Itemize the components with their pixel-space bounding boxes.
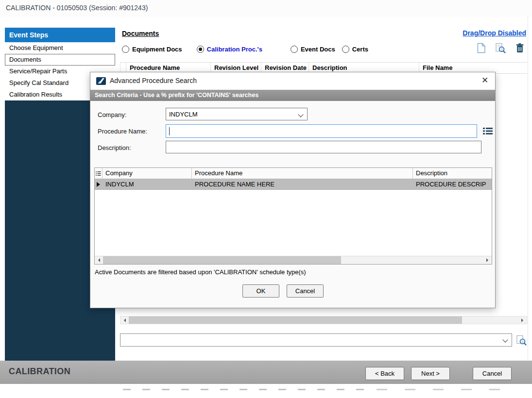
chevron-down-icon[interactable] <box>502 337 508 342</box>
radio-circle-icon <box>342 46 349 53</box>
window-right-border <box>528 17 528 361</box>
results-grid-header: Company Procedure Name Description <box>95 168 492 179</box>
sidebar-item-choose-equipment[interactable]: Choose Equipment <box>5 42 115 54</box>
documents-toolbar <box>475 42 526 54</box>
app-logo-icon <box>96 76 106 86</box>
window-title: CALIBRATION - 01050503 (Session: #901243… <box>6 4 148 12</box>
grid-hscrollbar[interactable] <box>95 256 492 264</box>
dialog-titlebar: Advanced Procedure Search ✕ <box>90 72 495 90</box>
app-window: CALIBRATION - 01050503 (Session: #901243… <box>0 0 532 398</box>
new-document-button[interactable] <box>475 42 487 54</box>
radio-calibration-procs[interactable]: Calibration Proc.'s <box>197 46 262 53</box>
sidebar-item-documents[interactable]: Documents <box>5 54 115 66</box>
chevron-down-icon <box>298 112 303 117</box>
scrollbar-track[interactable] <box>103 256 483 264</box>
document-type-radio-group: Equipment Docs Calibration Proc.'s Event… <box>122 44 368 54</box>
table-row[interactable]: INDYCLM PROCEDURE NAME HERE PROCEDURE DE… <box>95 179 492 190</box>
scroll-left-arrow[interactable] <box>120 316 129 324</box>
grid-menu-icon <box>96 171 101 176</box>
radio-circle-icon <box>122 46 129 53</box>
radio-label: Calibration Proc.'s <box>207 46 262 53</box>
scrollbar-thumb[interactable] <box>129 316 462 324</box>
scrollbar-track[interactable] <box>129 316 518 324</box>
procedure-name-label: Procedure Name: <box>98 128 147 135</box>
company-select[interactable]: INDYCLM <box>166 108 308 120</box>
documents-heading: Documents <box>122 30 159 37</box>
radio-equipment-docs[interactable]: Equipment Docs <box>122 46 182 53</box>
search-icon <box>495 43 506 53</box>
background-artifact <box>377 389 505 390</box>
description-input[interactable] <box>166 141 481 153</box>
filter-note: Active Documents are filtered based upon… <box>95 268 306 276</box>
new-document-icon <box>477 43 486 53</box>
dialog-title: Advanced Procedure Search <box>110 77 197 84</box>
sidebar-header: Event Steps <box>5 28 115 42</box>
row-cell-description: PROCEDURE DESCRIP <box>413 179 492 189</box>
list-icon <box>482 127 493 135</box>
search-documents-button[interactable] <box>494 42 507 54</box>
advanced-procedure-search-dialog: Advanced Procedure Search ✕ Search Crite… <box>90 72 496 308</box>
search-icon <box>516 335 527 346</box>
scroll-left-arrow[interactable] <box>95 256 103 264</box>
documents-hscrollbar[interactable] <box>120 316 527 324</box>
delete-document-button[interactable] <box>514 42 526 54</box>
footer-bar: CALIBRATION <box>0 361 532 384</box>
scroll-right-arrow[interactable] <box>518 316 527 324</box>
radio-circle-icon <box>197 46 204 53</box>
dialog-cancel-button[interactable]: Cancel <box>287 284 324 298</box>
grid-column-company[interactable]: Company <box>103 168 192 179</box>
company-value: INDYCLM <box>169 111 198 118</box>
radio-event-docs[interactable]: Event Docs <box>291 46 335 53</box>
scrollbar-thumb[interactable] <box>103 256 341 264</box>
footer-title: CALIBRATION <box>9 366 70 377</box>
criteria-header: Search Criteria - Use a % prefix for 'CO… <box>90 90 495 101</box>
trash-icon <box>515 43 524 53</box>
window-titlebar: CALIBRATION - 01050503 (Session: #901243… <box>0 0 532 17</box>
grid-select-all-cell[interactable] <box>95 168 103 179</box>
radio-label: Event Docs <box>301 46 335 53</box>
back-button[interactable]: < Back <box>365 367 404 380</box>
row-cell-company: INDYCLM <box>103 179 192 189</box>
text-caret <box>169 127 170 135</box>
drag-drop-link[interactable]: Drag/Drop Disabled <box>463 29 526 37</box>
results-grid: Company Procedure Name Description INDYC… <box>94 167 492 265</box>
company-label: Company: <box>98 111 126 118</box>
grid-column-description[interactable]: Description <box>413 168 492 179</box>
row-cell-procedure-name: PROCEDURE NAME HERE <box>192 179 413 189</box>
next-button[interactable]: Next > <box>411 367 450 380</box>
radio-label: Certs <box>352 46 368 53</box>
row-indicator-icon <box>95 179 103 189</box>
dialog-close-button[interactable]: ✕ <box>475 72 495 89</box>
document-combo-input[interactable] <box>120 333 512 347</box>
wizard-cancel-button[interactable]: Cancel <box>473 367 512 380</box>
radio-label: Equipment Docs <box>132 46 182 53</box>
procedure-list-button[interactable] <box>482 126 494 136</box>
ok-button[interactable]: OK <box>242 284 279 298</box>
description-label: Description: <box>98 144 131 151</box>
grid-empty-area <box>95 190 492 256</box>
background-artifact <box>123 389 368 390</box>
combo-search-button[interactable] <box>515 333 528 347</box>
scroll-right-arrow[interactable] <box>483 256 492 264</box>
close-icon: ✕ <box>481 76 488 85</box>
grid-column-procedure-name[interactable]: Procedure Name <box>192 168 413 179</box>
procedure-name-input[interactable] <box>166 124 477 138</box>
radio-circle-icon <box>291 46 298 53</box>
radio-certs[interactable]: Certs <box>342 46 368 53</box>
